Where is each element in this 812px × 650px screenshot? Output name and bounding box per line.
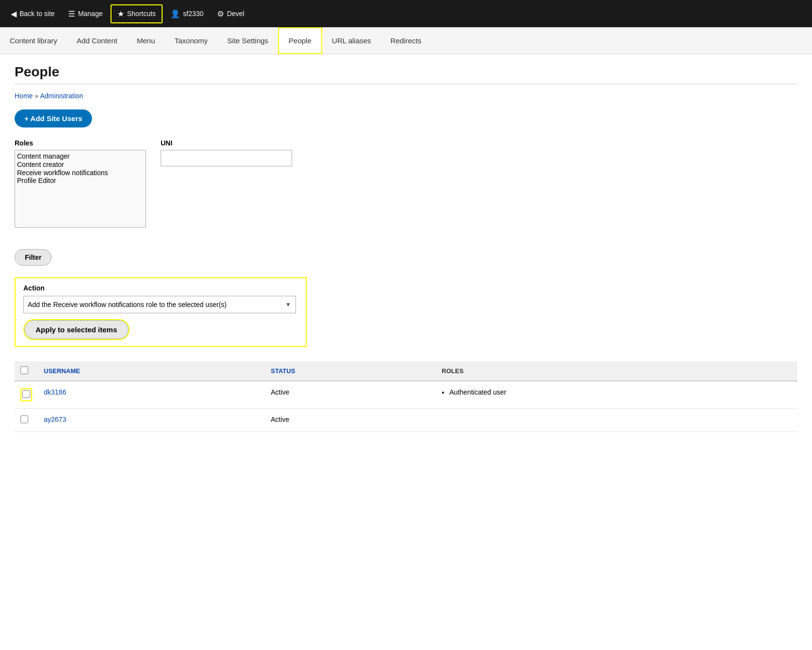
nav-item-taxonomy[interactable]: Taxonomy: [165, 27, 217, 54]
user-icon: 👤: [170, 9, 180, 18]
breadcrumb: Home » Administration: [15, 92, 797, 100]
role-item: Authenticated user: [449, 388, 792, 396]
admin-bar: ◀ Back to site ☰ Manage ★ Shortcuts 👤 sf…: [0, 0, 812, 27]
star-icon: ★: [117, 9, 124, 18]
breadcrumb-administration[interactable]: Administration: [40, 92, 83, 100]
table-header-roles: ROLES: [436, 361, 797, 381]
back-to-site-link[interactable]: ◀ Back to site: [5, 5, 60, 22]
action-select-wrapper: Add the Receive workflow notifications r…: [23, 296, 296, 313]
breadcrumb-separator: »: [35, 92, 40, 100]
roles-select[interactable]: Content manager Content creator Receive …: [15, 150, 146, 228]
nav-item-menu[interactable]: Menu: [127, 27, 165, 54]
nav-item-site-settings[interactable]: Site Settings: [218, 27, 278, 54]
arrow-left-icon: ◀: [11, 9, 17, 18]
table-row: dk3186 Active Authenticated user: [15, 381, 797, 409]
action-section: Action Add the Receive workflow notifica…: [15, 277, 307, 347]
nav-bar: Content library Add Content Menu Taxonom…: [0, 27, 812, 54]
row-status: Active: [265, 381, 436, 409]
page-title: People: [15, 64, 797, 84]
nav-item-url-aliases[interactable]: URL aliases: [322, 27, 381, 54]
roles-option-receive-workflow[interactable]: Receive workflow notifications: [17, 169, 144, 177]
table-header-username[interactable]: USERNAME: [38, 361, 265, 381]
gear-icon: ⚙: [217, 9, 224, 18]
table-header-row: USERNAME STATUS ROLES: [15, 361, 797, 381]
row-checkbox[interactable]: [22, 390, 30, 398]
row-status: Active: [265, 409, 436, 432]
row-checkbox-cell: [15, 409, 38, 432]
row-username: ay2673: [38, 409, 265, 432]
table-header-checkbox: [15, 361, 38, 381]
roles-label: Roles: [15, 139, 146, 147]
apply-button-wrapper: Apply to selected items: [23, 319, 129, 340]
breadcrumb-home[interactable]: Home: [15, 92, 33, 100]
roles-option-content-creator[interactable]: Content creator: [17, 161, 144, 169]
menu-icon: ☰: [68, 9, 75, 18]
username-link[interactable]: dk3186: [44, 388, 66, 396]
table-row: ay2673 Active: [15, 409, 797, 432]
page-content: People Home » Administration + Add Site …: [0, 54, 812, 442]
nav-item-content-library[interactable]: Content library: [0, 27, 67, 54]
filter-button[interactable]: Filter: [15, 249, 52, 266]
add-site-users-button[interactable]: + Add Site Users: [15, 109, 92, 127]
users-table: USERNAME STATUS ROLES dk3186 Active: [15, 361, 797, 432]
roles-list: Authenticated user: [442, 388, 792, 396]
nav-item-redirects[interactable]: Redirects: [381, 27, 431, 54]
uni-label: UNI: [161, 139, 292, 147]
manage-link[interactable]: ☰ Manage: [62, 5, 109, 22]
nav-item-add-content[interactable]: Add Content: [67, 27, 127, 54]
uni-input[interactable]: [161, 150, 292, 166]
row-checkbox[interactable]: [20, 415, 28, 423]
action-label: Action: [23, 284, 298, 292]
table-header-status[interactable]: STATUS: [265, 361, 436, 381]
nav-item-people[interactable]: People: [278, 27, 322, 54]
roles-option-profile-editor[interactable]: Profile Editor: [17, 177, 144, 185]
action-select-row: Add the Receive workflow notifications r…: [23, 296, 298, 313]
action-select[interactable]: Add the Receive workflow notifications r…: [23, 296, 296, 313]
row-checkbox-cell: [15, 381, 38, 409]
roles-filter-group: Roles Content manager Content creator Re…: [15, 139, 146, 228]
devel-link[interactable]: ⚙ Devel: [211, 5, 250, 22]
row-username: dk3186: [38, 381, 265, 409]
roles-option-content-manager[interactable]: Content manager: [17, 152, 144, 161]
row-roles: Authenticated user: [436, 381, 797, 409]
row-roles: [436, 409, 797, 432]
apply-to-selected-items-button[interactable]: Apply to selected items: [24, 320, 129, 339]
row-checkbox-wrapper: [20, 388, 32, 401]
filter-section: Roles Content manager Content creator Re…: [15, 139, 797, 228]
user-link[interactable]: 👤 sf2330: [165, 5, 209, 22]
username-link[interactable]: ay2673: [44, 415, 66, 423]
shortcuts-link[interactable]: ★ Shortcuts: [111, 4, 163, 23]
uni-filter-group: UNI: [161, 139, 292, 166]
select-all-checkbox[interactable]: [20, 366, 28, 374]
